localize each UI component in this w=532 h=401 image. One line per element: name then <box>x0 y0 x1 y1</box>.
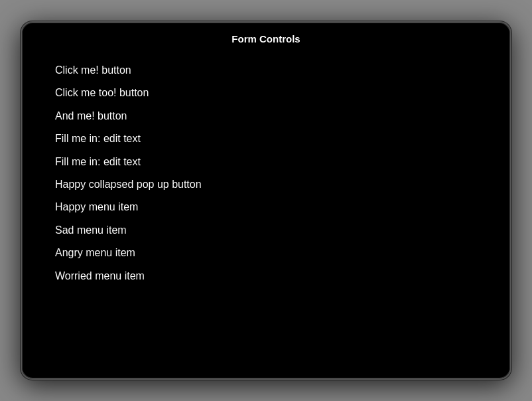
fill-me-in-2[interactable]: Fill me in: edit text <box>55 151 477 173</box>
fill-me-in-1[interactable]: Fill me in: edit text <box>55 127 477 150</box>
form-controls-window: Form Controls Click me! buttonClick me t… <box>21 21 511 380</box>
happy-menu-item[interactable]: Happy menu item <box>55 196 477 218</box>
worried-menu-item[interactable]: Worried menu item <box>55 265 477 287</box>
click-me-too-button[interactable]: Click me too! button <box>55 82 477 104</box>
controls-list: Click me! buttonClick me too! buttonAnd … <box>22 52 510 301</box>
sad-menu-item[interactable]: Sad menu item <box>55 219 477 242</box>
and-me-button[interactable]: And me! button <box>55 105 477 127</box>
click-me-button[interactable]: Click me! button <box>55 59 477 82</box>
angry-menu-item[interactable]: Angry menu item <box>55 242 477 264</box>
window-title: Form Controls <box>35 33 497 44</box>
title-bar: Form Controls <box>22 23 510 52</box>
happy-collapsed-popup[interactable]: Happy collapsed pop up button <box>55 173 477 196</box>
